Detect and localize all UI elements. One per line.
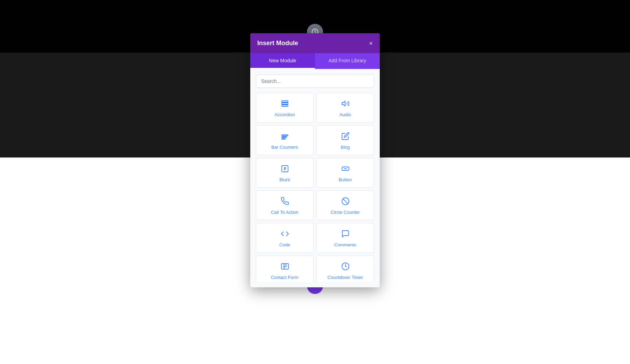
- svg-rect-5: [282, 135, 288, 136]
- module-label-comments: Comments: [334, 242, 356, 247]
- module-label-blog: Blog: [341, 145, 350, 150]
- module-item-bar-counters[interactable]: Bar Counters: [256, 125, 314, 155]
- svg-rect-2: [282, 103, 288, 104]
- module-label-circle-counter: Circle Counter: [331, 210, 360, 215]
- modules-grid: Accordion Audio Bar Counters: [256, 93, 374, 282]
- code-icon: [281, 230, 289, 239]
- modal-tabs: New Module Add From Library: [250, 53, 380, 69]
- module-label-accordion: Accordion: [275, 112, 295, 117]
- module-item-comments[interactable]: Comments: [316, 223, 374, 253]
- module-item-blog[interactable]: Blog: [316, 125, 374, 155]
- module-item-contact-form[interactable]: Contact Form: [256, 255, 314, 282]
- module-label-code: Code: [279, 242, 290, 247]
- svg-rect-3: [282, 105, 288, 106]
- svg-rect-6: [282, 136, 287, 138]
- search-input[interactable]: [256, 75, 374, 88]
- blog-icon: [341, 132, 350, 142]
- accordion-icon: [281, 99, 289, 109]
- module-item-audio[interactable]: Audio: [316, 93, 374, 122]
- contact-form-icon: [281, 262, 289, 272]
- audio-icon: [341, 99, 350, 109]
- module-item-code[interactable]: Code: [256, 223, 314, 253]
- svg-marker-4: [342, 101, 345, 106]
- module-label-blurb: Blurb: [279, 177, 290, 182]
- module-item-call-to-action[interactable]: Call To Action: [256, 190, 314, 220]
- module-label-audio: Audio: [340, 112, 351, 117]
- module-label-button: Button: [339, 177, 352, 182]
- modal-title: Insert Module: [257, 40, 298, 47]
- module-item-accordion[interactable]: Accordion: [256, 93, 314, 122]
- module-item-blurb[interactable]: Blurb: [256, 158, 314, 188]
- button-icon: [341, 164, 350, 174]
- bar-counters-icon: [281, 132, 289, 142]
- cta-icon: [281, 197, 289, 207]
- tab-add-from-library[interactable]: Add From Library: [315, 53, 380, 69]
- module-item-button[interactable]: Button: [316, 158, 374, 188]
- module-label-bar-counters: Bar Counters: [271, 145, 298, 150]
- module-item-countdown-timer[interactable]: Countdown Timer: [316, 255, 374, 282]
- module-label-contact-form: Contact Form: [271, 275, 299, 280]
- insert-module-modal: Insert Module × New Module Add From Libr…: [250, 33, 380, 287]
- module-item-circle-counter[interactable]: Circle Counter: [316, 190, 374, 220]
- tab-new-module[interactable]: New Module: [250, 53, 315, 69]
- module-label-call-to-action: Call To Action: [271, 210, 299, 215]
- svg-rect-7: [282, 138, 285, 139]
- module-label-countdown-timer: Countdown Timer: [328, 275, 363, 280]
- modal-header: Insert Module ×: [250, 33, 380, 53]
- modal-body: Accordion Audio Bar Counters: [250, 69, 380, 287]
- comments-icon: [341, 230, 350, 239]
- blurb-icon: [281, 164, 289, 174]
- countdown-timer-icon: [341, 262, 350, 272]
- modal-close-button[interactable]: ×: [369, 40, 373, 47]
- svg-rect-1: [282, 101, 288, 102]
- circle-counter-icon: [341, 197, 350, 207]
- modal-overlay: Insert Module × New Module Add From Libr…: [0, 0, 630, 364]
